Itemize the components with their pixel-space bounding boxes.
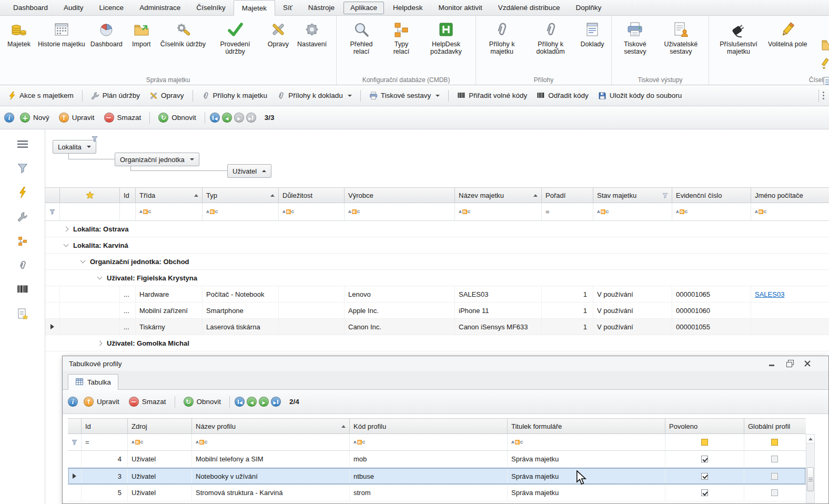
nav-last-button[interactable] (246, 113, 256, 123)
ribbon-button-opravy[interactable]: Opravy (262, 18, 294, 50)
nav-next-button[interactable] (259, 397, 269, 407)
cell-star[interactable] (60, 303, 120, 318)
group-by-lokalita[interactable]: Lokalita (53, 140, 96, 154)
cell-kod-profilu[interactable]: ntbuse (350, 468, 508, 484)
menu-hamburger-icon[interactable] (11, 135, 34, 154)
cell-globalni[interactable] (744, 451, 805, 467)
menu-tab-licence[interactable]: Licence (92, 0, 132, 15)
cell-nazev[interactable]: SALES03 (455, 286, 542, 302)
ribbon-button-helpdesk-pozadavky[interactable]: HelpDesk požadavky (420, 18, 472, 58)
new-profile-icon[interactable] (11, 304, 34, 323)
collapse-icon[interactable] (80, 258, 86, 263)
expand-icon[interactable] (97, 340, 103, 346)
cell-prefix[interactable]: ... (120, 303, 136, 318)
edit-button[interactable]: Upravit (55, 110, 98, 125)
column-header-evidencni-cislo[interactable]: Evidenční číslo (672, 188, 751, 203)
filter-cell-poradi[interactable]: = (542, 203, 593, 220)
filter-cell-vyrobce[interactable] (345, 203, 455, 220)
column-header-trida[interactable]: Třída (136, 188, 203, 203)
edit-button[interactable]: Upravit (80, 395, 123, 409)
checkbox-unchecked[interactable] (771, 456, 778, 462)
cell-povoleno[interactable] (665, 485, 744, 501)
menu-tab-administrace[interactable]: Administrace (132, 0, 188, 15)
actions-lightning-icon[interactable] (11, 183, 34, 202)
column-header-nazev-profilu[interactable]: Název profilu (192, 419, 350, 434)
ribbon-button-prehled-relaci[interactable]: Přehled relací (340, 18, 383, 58)
ribbon-button-typy-relaci[interactable]: Typy relací (384, 18, 419, 58)
filter-checkbox[interactable] (771, 439, 778, 446)
column-header-povoleno[interactable]: Povoleno (665, 419, 744, 434)
cell-kod-profilu[interactable]: mob (350, 451, 508, 467)
cell-stav[interactable]: V používání (593, 319, 672, 335)
checkbox-checked[interactable] (701, 473, 708, 480)
toolbar-button-odradit-kody[interactable]: Odřadit kódy (533, 89, 592, 102)
cell-dulezitost[interactable] (279, 303, 345, 318)
toolbar-overflow-button[interactable] (818, 89, 825, 102)
cell-titulek[interactable]: Správa majetku (508, 468, 665, 484)
toolbar-button-akce-s-majetkem[interactable]: Akce s majetkem (4, 89, 77, 102)
cell-star[interactable] (60, 319, 120, 335)
nav-previous-button[interactable] (222, 113, 232, 123)
cell-id[interactable]: 4 (82, 451, 128, 467)
cell-trida[interactable]: Mobilní zařízení (136, 303, 203, 318)
cell-evidencni[interactable]: 000001055 (672, 319, 751, 335)
overflow-ribbon-icons[interactable] (821, 38, 829, 85)
maintenance-wrench-icon[interactable] (11, 207, 34, 226)
cell-trida[interactable]: Hardware (136, 286, 203, 302)
cell-dulezitost[interactable] (279, 286, 345, 302)
cell-jmeno-pocitace[interactable] (751, 319, 829, 335)
menu-tab-audity[interactable]: Audity (56, 0, 92, 15)
checkbox-unchecked[interactable] (771, 489, 778, 496)
info-button[interactable] (4, 113, 14, 123)
ribbon-button-prilohy-k-dokladum[interactable]: Přílohy k dokladům (525, 18, 575, 58)
nav-first-button[interactable] (235, 397, 245, 407)
cell-zdroj[interactable]: Uživatel (128, 485, 192, 501)
filter-cell-nazev[interactable] (455, 203, 542, 220)
scrollbar-thumb[interactable] (807, 467, 814, 491)
cell-globalni[interactable] (744, 468, 805, 484)
cell-typ[interactable]: Laserová tiskárna (203, 319, 279, 335)
toolbar-button-prilohy-k-dokladu[interactable]: Přílohy k dokladu (273, 89, 356, 102)
column-header-stav-majetku[interactable]: Stav majetku (593, 188, 672, 203)
cell-vyrobce[interactable]: Canon Inc. (345, 319, 455, 335)
cell-globalni[interactable] (744, 485, 805, 501)
cell-nazev-profilu[interactable]: Notebooky v užívání (192, 468, 350, 484)
filter-cell-povoleno[interactable] (665, 434, 744, 450)
column-header-zdroj[interactable]: Zdroj (128, 419, 192, 434)
cell-nazev[interactable]: iPhone 11 (455, 303, 542, 318)
ribbon-button-majetek[interactable]: Majetek (3, 18, 35, 50)
menu-tab-helpdesk[interactable]: Helpdesk (385, 0, 430, 15)
menu-tab-nastroje[interactable]: Nástroje (300, 0, 342, 15)
toolbar-button-ulozit-kody-do-souboru[interactable]: Uložit kódy do souboru (594, 89, 685, 102)
column-header-typ[interactable]: Typ (203, 188, 279, 203)
column-header-star[interactable] (60, 188, 120, 203)
cell-id[interactable]: 3 (82, 468, 128, 484)
ribbon-button-tiskove-sestavy[interactable]: Tiskové sestavy (615, 18, 655, 58)
cell-poradi[interactable]: 1 (542, 319, 593, 335)
toolbar-button-tiskove-sestavy[interactable]: Tiskové sestavy (366, 89, 444, 102)
expand-icon[interactable] (64, 226, 69, 231)
cell-prefix[interactable]: ... (120, 319, 136, 335)
relations-tree-icon[interactable] (11, 231, 34, 250)
new-button[interactable]: Nový (16, 110, 53, 125)
menu-tab-aplikace[interactable]: Aplikace (343, 2, 384, 14)
menu-tab-vzdalene-distribuce[interactable]: Vzdálené distribuce (490, 0, 568, 15)
cell-typ[interactable]: Smartphone (203, 303, 279, 318)
column-header-kod-profilu[interactable]: Kód profilu (350, 419, 508, 434)
ribbon-button-volitelna-pole[interactable]: Volitelná pole (766, 18, 809, 50)
filter-icon[interactable] (11, 159, 34, 178)
delete-button[interactable]: Smazat (100, 110, 145, 125)
cell-nazev[interactable]: Canon iSensys MF633 (455, 319, 542, 335)
filter-cell-jmeno[interactable] (751, 203, 829, 220)
ribbon-button-historie-majetku[interactable]: Historie majetku (36, 18, 87, 50)
column-header-dulezitost[interactable]: Důležitost (279, 188, 345, 203)
cell-zdroj[interactable]: Uživatel (128, 451, 192, 467)
refresh-button[interactable]: Obnovit (180, 395, 225, 409)
cell-povoleno[interactable] (665, 451, 744, 467)
nav-next-button[interactable] (234, 113, 244, 123)
barcode-icon[interactable] (11, 280, 34, 299)
cell-nazev-profilu[interactable]: Stromová struktura - Karviná (192, 485, 350, 501)
table-row[interactable]: 5 Uživatel Stromová struktura - Karviná … (68, 485, 806, 501)
refresh-button[interactable]: Obnovit (155, 110, 200, 125)
column-header-nazev-majetku[interactable]: Název majetku (455, 188, 542, 203)
